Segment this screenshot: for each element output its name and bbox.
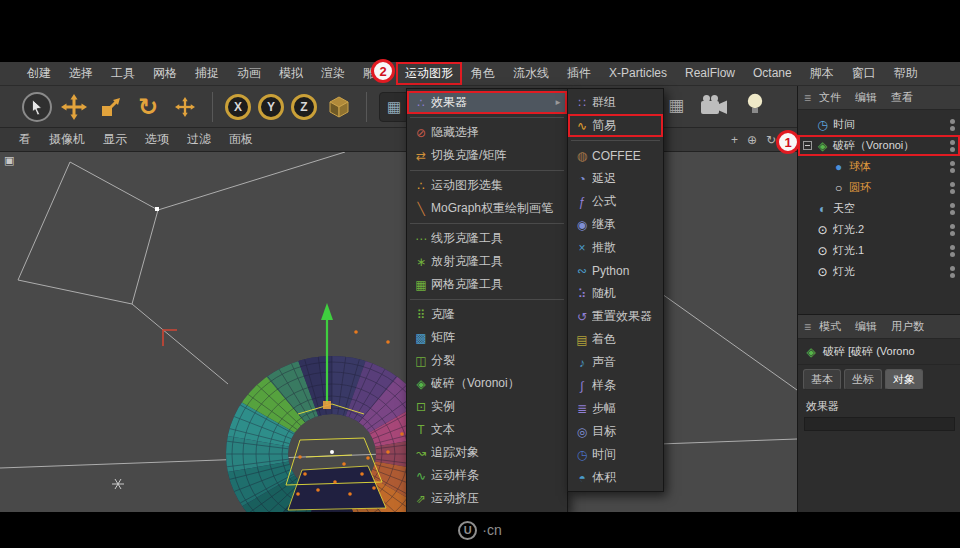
effector-submenu-item-random[interactable]: ⠵随机 bbox=[568, 282, 663, 305]
menubar-item-snap[interactable]: 捕捉 bbox=[186, 62, 228, 85]
menubar-item-window[interactable]: 窗口 bbox=[843, 62, 885, 85]
am-menu-user-data[interactable]: 用户数 bbox=[891, 319, 924, 334]
effector-submenu-item-plain[interactable]: ∿简易 bbox=[568, 114, 663, 137]
expand-collapse-toggle[interactable] bbox=[803, 141, 812, 150]
effector-submenu-item-target[interactable]: ◎目标 bbox=[568, 420, 663, 443]
floor-object-button[interactable]: ▦ bbox=[668, 95, 684, 116]
move-tool[interactable] bbox=[59, 92, 89, 122]
menubar-item-render[interactable]: 渲染 bbox=[312, 62, 354, 85]
menubar-item-simulate[interactable]: 模拟 bbox=[270, 62, 312, 85]
menubar-item-x-particles[interactable]: X-Particles bbox=[600, 62, 676, 85]
object-row-light-2[interactable]: ⊙灯光.2 bbox=[798, 219, 960, 240]
attribute-tab-coord[interactable]: 坐标 bbox=[844, 369, 882, 390]
object-row-light-1[interactable]: ⊙灯光.1 bbox=[798, 240, 960, 261]
mograph-menu-item-mograph-selection[interactable]: ∴运动图形选集 bbox=[407, 174, 567, 197]
mograph-menu-item-matrix[interactable]: ▩矩阵 bbox=[407, 326, 567, 349]
effector-submenu-item-volume[interactable]: ◓体积 bbox=[568, 466, 663, 489]
effectors-list-field[interactable] bbox=[804, 417, 955, 431]
rotate-tool[interactable]: ↻ bbox=[133, 92, 163, 122]
scale-tool[interactable] bbox=[96, 92, 126, 122]
effector-submenu-item-push-apart[interactable]: ×推散 bbox=[568, 236, 663, 259]
object-row-time[interactable]: ◷时间 bbox=[798, 114, 960, 135]
mograph-menu-item-fracture[interactable]: ◫分裂 bbox=[407, 349, 567, 372]
z-axis-lock-button[interactable]: Z bbox=[291, 94, 317, 120]
x-axis-lock-button[interactable]: X bbox=[225, 94, 251, 120]
panel-menu-icon[interactable]: ≡ bbox=[804, 320, 811, 334]
effector-submenu-item-delay[interactable]: ◔延迟 bbox=[568, 167, 663, 190]
viewport-canvas[interactable] bbox=[0, 152, 797, 512]
menubar-item-create[interactable]: 创建 bbox=[18, 62, 60, 85]
mograph-menu-item-radial-clone-tool[interactable]: ∗放射克隆工具 bbox=[407, 250, 567, 273]
y-axis-lock-button[interactable]: Y bbox=[258, 94, 284, 120]
effector-submenu-item-coffee[interactable]: ◍COFFEE bbox=[568, 144, 663, 167]
mograph-menu-item-voronoi-fracture[interactable]: ◈破碎（Voronoi） bbox=[407, 372, 567, 395]
menubar-item-octane[interactable]: Octane bbox=[744, 62, 801, 85]
live-selection-tool[interactable] bbox=[22, 92, 52, 122]
render-view-button[interactable]: ▦ bbox=[379, 92, 409, 122]
panel-menu-icon[interactable]: ≡ bbox=[804, 91, 811, 105]
perspective-viewport[interactable]: ▣ bbox=[0, 152, 797, 512]
effector-submenu-item-step[interactable]: ≣步幅 bbox=[568, 397, 663, 420]
effector-submenu-item-spline[interactable]: ∫样条 bbox=[568, 374, 663, 397]
viewport-menu-item-view[interactable]: 看 bbox=[10, 128, 40, 151]
visibility-toggles[interactable] bbox=[950, 203, 955, 215]
menubar-item-mesh[interactable]: 网格 bbox=[144, 62, 186, 85]
effector-submenu-item-time[interactable]: ◷时间 bbox=[568, 443, 663, 466]
am-menu-edit[interactable]: 编辑 bbox=[855, 319, 877, 334]
menubar-item-realflow[interactable]: RealFlow bbox=[676, 62, 744, 85]
mograph-menu-item-swap-cloner-matrix[interactable]: ⇄切换克隆/矩阵 bbox=[407, 144, 567, 167]
mograph-menu-item-text[interactable]: T文本 bbox=[407, 418, 567, 441]
mograph-menu-item-moextrude[interactable]: ⇗运动挤压 bbox=[407, 487, 567, 510]
menubar-item-animate[interactable]: 动画 bbox=[228, 62, 270, 85]
visibility-toggles[interactable] bbox=[950, 245, 955, 257]
viewport-menu-item-options[interactable]: 选项 bbox=[136, 128, 178, 151]
effector-submenu-item-shader[interactable]: ▤着色 bbox=[568, 328, 663, 351]
viewport-menu-item-cameras[interactable]: 摄像机 bbox=[40, 128, 94, 151]
zoom-view-icon[interactable]: ⊕ bbox=[747, 133, 757, 147]
attribute-tab-basic[interactable]: 基本 bbox=[803, 369, 841, 390]
object-row-voronoi-fracture[interactable]: ◈破碎（Voronoi） bbox=[798, 135, 960, 156]
visibility-toggles[interactable] bbox=[950, 224, 955, 236]
visibility-toggles[interactable] bbox=[950, 140, 955, 152]
menubar-item-character[interactable]: 角色 bbox=[462, 62, 504, 85]
light-object-button[interactable] bbox=[746, 92, 764, 118]
effector-submenu-item-group[interactable]: ∷群组 bbox=[568, 91, 663, 114]
menubar-item-select[interactable]: 选择 bbox=[60, 62, 102, 85]
mograph-menu-item-mospline[interactable]: ∿运动样条 bbox=[407, 464, 567, 487]
object-row-sky[interactable]: ◐天空 bbox=[798, 198, 960, 219]
mograph-menu-item-weight-paintbrush[interactable]: ╲MoGraph权重绘制画笔 bbox=[407, 197, 567, 220]
effector-submenu-item-inheritance[interactable]: ◉继承 bbox=[568, 213, 663, 236]
effector-submenu-item-sound[interactable]: ♪声音 bbox=[568, 351, 663, 374]
effector-submenu-item-formula[interactable]: ƒ公式 bbox=[568, 190, 663, 213]
mograph-menu-item-tracer[interactable]: ↝追踪对象 bbox=[407, 441, 567, 464]
menubar-item-script[interactable]: 脚本 bbox=[801, 62, 843, 85]
am-menu-mode[interactable]: 模式 bbox=[819, 319, 841, 334]
visibility-toggles[interactable] bbox=[950, 182, 955, 194]
mograph-menu-item-linear-clone-tool[interactable]: ⋯线形克隆工具 bbox=[407, 227, 567, 250]
om-menu-edit[interactable]: 编辑 bbox=[855, 90, 877, 105]
mograph-menu-item-grid-clone-tool[interactable]: ▦网格克隆工具 bbox=[407, 273, 567, 296]
menubar-item-plugins[interactable]: 插件 bbox=[558, 62, 600, 85]
menubar-item-mograph[interactable]: 运动图形 bbox=[396, 62, 462, 85]
mograph-menu-item-hide-selection[interactable]: ⊘隐藏选择 bbox=[407, 121, 567, 144]
viewport-menu-item-panel[interactable]: 面板 bbox=[220, 128, 262, 151]
coordinate-system-button[interactable] bbox=[324, 92, 354, 122]
om-menu-view[interactable]: 查看 bbox=[891, 90, 913, 105]
menubar-item-help[interactable]: 帮助 bbox=[885, 62, 927, 85]
visibility-toggles[interactable] bbox=[950, 119, 955, 131]
object-row-light[interactable]: ⊙灯光 bbox=[798, 261, 960, 282]
mograph-menu-item-instance[interactable]: ⊡实例 bbox=[407, 395, 567, 418]
menubar-item-pipeline[interactable]: 流水线 bbox=[504, 62, 558, 85]
om-menu-file[interactable]: 文件 bbox=[819, 90, 841, 105]
mograph-menu-item-effectors[interactable]: ∴效果器► bbox=[407, 91, 567, 114]
attribute-tab-object[interactable]: 对象 bbox=[885, 369, 923, 390]
visibility-toggles[interactable] bbox=[950, 266, 955, 278]
pan-view-icon[interactable]: + bbox=[731, 133, 738, 147]
visibility-toggles[interactable] bbox=[950, 161, 955, 173]
rotate-view-icon[interactable]: ↻ bbox=[766, 133, 776, 147]
camera-object-button[interactable] bbox=[700, 94, 730, 116]
effector-submenu-item-python[interactable]: ∾Python bbox=[568, 259, 663, 282]
object-row-torus[interactable]: ○圆环 bbox=[798, 177, 960, 198]
mograph-menu-item-cloner[interactable]: ⠿克隆 bbox=[407, 303, 567, 326]
object-row-sphere[interactable]: ●球体 bbox=[798, 156, 960, 177]
